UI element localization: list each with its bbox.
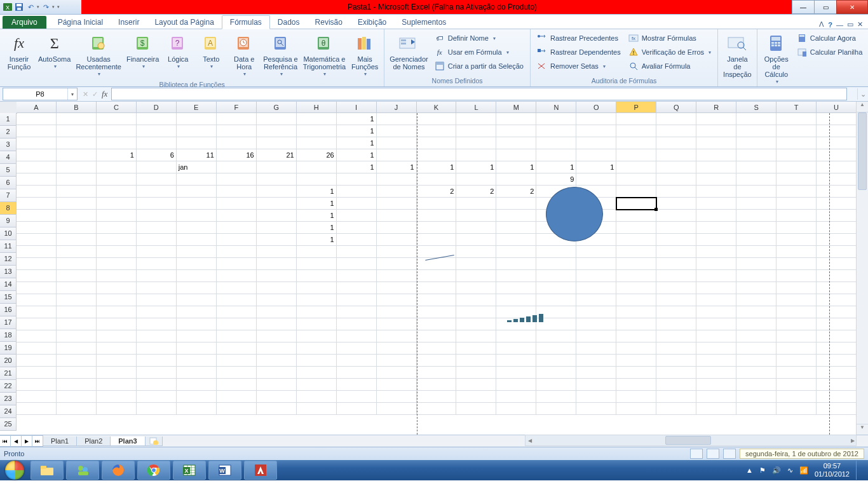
cell-M2[interactable] [496, 125, 536, 137]
use-in-formula-button[interactable]: fxUsar em Fórmula▾ [432, 46, 526, 58]
cell-J24[interactable] [377, 391, 417, 403]
cell-A25[interactable] [17, 403, 57, 415]
cell-C21[interactable] [97, 355, 137, 367]
cell-I5[interactable]: 1 [337, 161, 377, 173]
cell-E22[interactable] [177, 367, 217, 379]
cell-E4[interactable]: 11 [177, 149, 217, 161]
cell-M14[interactable] [496, 270, 536, 282]
cell-C13[interactable] [97, 258, 137, 270]
cell-Q25[interactable] [656, 403, 696, 415]
cell-R2[interactable] [696, 125, 736, 137]
cell-D19[interactable] [137, 330, 177, 342]
cell-U3[interactable] [817, 137, 857, 149]
cell-M5[interactable]: 1 [496, 161, 536, 173]
row-header-7[interactable]: 7 [0, 189, 17, 202]
cell-B10[interactable] [57, 222, 97, 234]
start-button[interactable] [0, 460, 29, 480]
cell-N6[interactable]: 9 [536, 173, 576, 186]
row-header-1[interactable]: 1 [0, 113, 17, 126]
cell-G2[interactable] [257, 125, 297, 137]
cell-T15[interactable] [776, 282, 817, 294]
cell-L1[interactable] [456, 113, 496, 125]
cell-Q22[interactable] [656, 367, 696, 379]
cell-M23[interactable] [496, 379, 536, 391]
cell-A24[interactable] [17, 391, 57, 403]
cell-T7[interactable] [776, 186, 817, 198]
cell-N1[interactable] [536, 113, 576, 125]
col-header-F[interactable]: F [217, 102, 257, 113]
cell-D24[interactable] [137, 391, 177, 403]
calc-now-button[interactable]: Calcular Agora [794, 32, 865, 44]
cell-R4[interactable] [696, 149, 736, 161]
row-header-8[interactable]: 8 [0, 202, 17, 215]
cell-E15[interactable] [177, 282, 217, 294]
cell-C24[interactable] [97, 391, 137, 403]
cell-C4[interactable]: 1 [97, 149, 137, 161]
cell-P23[interactable] [616, 379, 656, 391]
cell-M6[interactable] [496, 173, 536, 186]
cell-G3[interactable] [257, 137, 297, 149]
cell-K21[interactable] [417, 355, 457, 367]
col-header-B[interactable]: B [57, 102, 97, 113]
cell-A22[interactable] [17, 367, 57, 379]
cell-H16[interactable] [297, 294, 337, 306]
cell-O4[interactable] [576, 149, 616, 161]
cell-J8[interactable] [377, 198, 417, 210]
cell-F1[interactable] [217, 113, 257, 125]
cell-U7[interactable] [817, 186, 857, 198]
minimize-button[interactable]: — [792, 0, 815, 14]
cell-F9[interactable] [217, 210, 257, 222]
col-header-P[interactable]: P [616, 102, 656, 113]
cell-C25[interactable] [97, 403, 137, 415]
cell-H19[interactable] [297, 330, 337, 342]
cell-D23[interactable] [137, 379, 177, 391]
taskbar-chrome[interactable] [137, 461, 170, 480]
cell-T4[interactable] [776, 149, 817, 161]
col-header-N[interactable]: N [536, 102, 576, 113]
cell-K16[interactable] [417, 294, 457, 306]
cell-B21[interactable] [57, 355, 97, 367]
cell-K11[interactable] [417, 234, 457, 246]
cell-N22[interactable] [536, 367, 576, 379]
cell-K2[interactable] [417, 125, 457, 137]
cell-B23[interactable] [57, 379, 97, 391]
cell-R23[interactable] [696, 379, 736, 391]
cell-G10[interactable] [257, 222, 297, 234]
cell-S12[interactable] [736, 246, 776, 258]
cell-C12[interactable] [97, 246, 137, 258]
cell-J11[interactable] [377, 234, 417, 246]
cell-D1[interactable] [137, 113, 177, 125]
cell-H8[interactable]: 1 [297, 198, 337, 210]
cell-Q1[interactable] [656, 113, 696, 125]
cell-D17[interactable] [137, 306, 177, 318]
cell-S18[interactable] [736, 318, 776, 330]
cell-B2[interactable] [57, 125, 97, 137]
col-header-R[interactable]: R [696, 102, 736, 113]
cell-B19[interactable] [57, 330, 97, 342]
col-header-C[interactable]: C [97, 102, 137, 113]
cell-F11[interactable] [217, 234, 257, 246]
cell-G4[interactable]: 21 [257, 149, 297, 161]
define-name-button[interactable]: 🏷Definir Nome▾ [432, 32, 526, 44]
cell-H7[interactable]: 1 [297, 186, 337, 198]
cell-B15[interactable] [57, 282, 97, 294]
cell-F10[interactable] [217, 222, 257, 234]
cell-U21[interactable] [817, 355, 857, 367]
cell-A15[interactable] [17, 282, 57, 294]
cell-C20[interactable] [97, 342, 137, 355]
cell-N4[interactable] [536, 149, 576, 161]
cell-K7[interactable]: 2 [417, 186, 457, 198]
cell-T14[interactable] [776, 270, 817, 282]
create-from-selection-button[interactable]: Criar a partir da Seleção [432, 60, 526, 72]
taskbar-messenger[interactable] [66, 461, 99, 480]
cell-F6[interactable] [217, 173, 257, 186]
cell-R16[interactable] [696, 294, 736, 306]
cell-H6[interactable] [297, 173, 337, 186]
cell-D4[interactable]: 6 [137, 149, 177, 161]
cell-B24[interactable] [57, 391, 97, 403]
cell-R17[interactable] [696, 306, 736, 318]
tab-layout[interactable]: Layout da Página [147, 16, 221, 29]
cell-I16[interactable] [337, 294, 377, 306]
cell-S22[interactable] [736, 367, 776, 379]
cell-J12[interactable] [377, 246, 417, 258]
